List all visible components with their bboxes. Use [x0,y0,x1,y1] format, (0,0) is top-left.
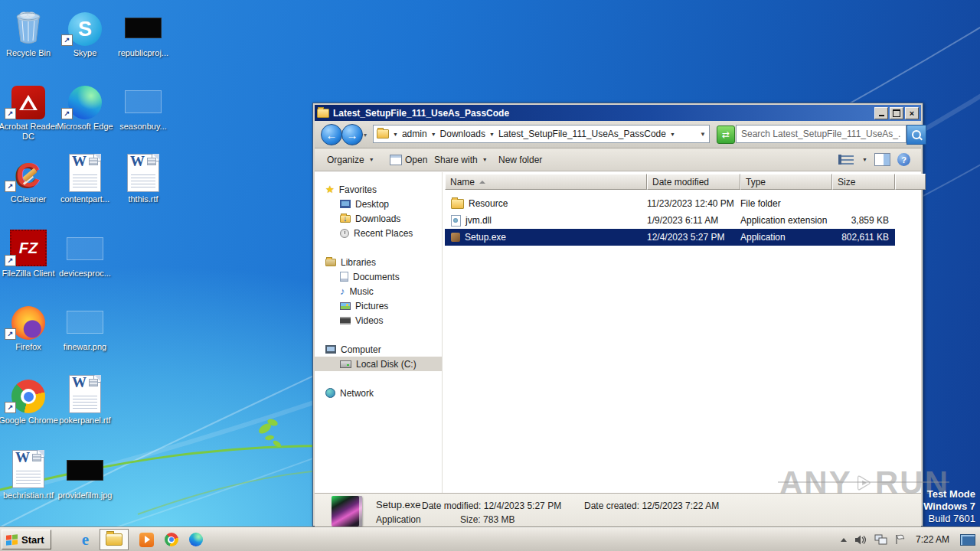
close-button[interactable]: × [905,107,919,119]
taskbar-edge-icon[interactable] [189,533,203,546]
refresh-button[interactable]: ⇄ [717,126,735,144]
volume-icon[interactable] [854,535,867,545]
change-view-icon[interactable] [838,155,854,165]
nav-pictures[interactable]: Pictures [340,298,388,313]
taskbar: Start e 7:22 AM [0,527,980,551]
desktop-icon-finewar[interactable]: finewar.png [55,300,115,352]
show-hidden-icons-icon[interactable] [841,538,847,542]
nav-desktop[interactable]: Desktop [340,197,389,211]
desktop-icon-firefox[interactable]: ↗ Firefox [0,300,58,352]
nav-computer[interactable]: Computer [325,342,381,357]
share-with-button[interactable]: Share with ▼ [430,148,492,171]
organize-button[interactable]: Organize ▼ [322,148,379,171]
music-icon: ♪ [340,285,345,297]
search-icon [912,130,921,139]
recycle-bin-icon [13,8,44,44]
nav-favorites[interactable]: ★Favorites [325,182,377,197]
ccleaner-icon: C [11,158,45,192]
nav-label: Pictures [355,301,388,311]
views-dropdown-icon[interactable]: ▼ [862,157,867,162]
forward-button[interactable]: → [341,124,363,145]
file-row-jvm-dll[interactable]: jvm.dll 1/9/2023 6:11 AM Application ext… [445,212,895,229]
taskbar-media-player-icon[interactable] [139,533,154,547]
desktop-icon-contentpart[interactable]: W contentpart... [55,152,115,204]
column-header-date-modified[interactable]: Date modified [647,174,740,190]
open-label: Open [405,155,427,165]
desktop-icon-republicproj[interactable]: republicproj... [113,6,173,58]
taskbar-internet-explorer-icon[interactable]: e [82,530,89,549]
desktop-icon-skype[interactable]: S ↗ Skype [55,6,115,58]
breadcrumb-segment-downloads[interactable]: Downloads [440,129,485,139]
nav-libraries[interactable]: Libraries [325,255,376,269]
back-button[interactable]: ← [321,124,342,145]
nav-local-disk-c[interactable]: Local Disk (C:) [340,357,416,371]
nav-music[interactable]: ♪Music [340,284,374,298]
desktop-icon-pokerpanel[interactable]: W pokerpanel.rtf [55,373,115,425]
desktop-icon-ththis[interactable]: W ththis.rtf [113,152,173,204]
desktop-icon-edge[interactable]: ↗ Microsoft Edge [55,80,115,132]
column-header-name[interactable]: Name [445,174,647,190]
desktop-icon-label: Microsoft Edge [55,122,115,132]
help-icon[interactable]: ? [897,153,910,166]
chevron-down-icon[interactable]: ▼ [489,132,495,137]
nav-downloads[interactable]: Downloads [340,211,400,226]
nav-label: Computer [341,344,381,355]
desktop-icon-bechristian[interactable]: W bechristian.rtf [0,448,58,500]
shortcut-arrow-icon: ↗ [5,181,16,192]
search-box[interactable] [736,125,906,143]
breadcrumb[interactable]: ▼ admin ▼ Downloads ▼ Latest_SetupFile_1… [373,125,710,143]
desktop-icon-providefilm[interactable]: providefilm.jpg [55,448,115,500]
nav-documents[interactable]: Documents [340,269,400,284]
chevron-down-icon[interactable]: ▼ [393,132,398,137]
desktop-icon-label: FileZilla Client [0,269,58,279]
chevron-down-icon[interactable]: ▼ [670,132,675,137]
shortcut-arrow-icon: ↗ [5,108,16,119]
file-row-setup-exe[interactable]: Setup.exe 12/4/2023 5:27 PM Application … [445,229,895,246]
open-icon [390,155,402,165]
column-header-size[interactable]: Size [832,174,895,190]
start-button[interactable]: Start [2,530,51,549]
nav-recent-places[interactable]: Recent Places [340,226,413,240]
taskbar-chrome-icon[interactable] [165,533,178,546]
column-header-blank[interactable] [895,174,926,190]
search-button[interactable] [906,125,926,145]
search-input[interactable] [737,129,906,139]
desktop-icon-seasonbuy[interactable]: seasonbuy... [113,80,173,132]
desktop-icon-filezilla[interactable]: FZ ↗ FileZilla Client [0,227,58,279]
file-date: 11/23/2023 12:40 PM [647,198,740,209]
taskbar-clock[interactable]: 7:22 AM [916,534,949,545]
maximize-button[interactable] [890,107,903,119]
window-titlebar[interactable]: Latest_SetupFile_111_UseAs_PassCode × [315,105,921,121]
desktop-icon-chrome[interactable]: ↗ Google Chrome [0,373,58,425]
nav-videos[interactable]: Videos [340,313,383,328]
breadcrumb-segment-current[interactable]: Latest_SetupFile_111_UseAs_PassCode [498,129,666,139]
minimize-button[interactable] [874,107,888,119]
details-date-modified: Date modified: 12/4/2023 5:27 PM [422,500,561,511]
test-mode-watermark: Test Mode Windows 7 Build 7601 [923,488,975,525]
show-desktop-button[interactable] [960,534,975,546]
column-header-type[interactable]: Type [740,174,832,190]
desktop-icon-label: devicesproc... [55,269,115,279]
network-icon [325,388,335,398]
desktop-icon-ccleaner[interactable]: C ↗ CCleaner [0,152,58,204]
details-file-type: Application [376,514,421,525]
file-row-resource[interactable]: Resource 11/23/2023 12:40 PM File folder [445,195,895,212]
breadcrumb-segment-admin[interactable]: admin [402,129,427,139]
action-center-flag-icon[interactable] [895,534,905,545]
desktop-icon-recycle-bin[interactable]: Recycle Bin [0,6,58,58]
preview-pane-icon[interactable] [874,153,890,166]
window-folder-icon [317,109,329,118]
nav-network[interactable]: Network [325,386,374,400]
breadcrumb-dropdown-icon[interactable]: ▼ [700,131,706,138]
command-bar: Organize ▼ Open Share with ▼ New folder … [315,148,921,171]
image-thumbnail-icon [125,18,162,38]
history-dropdown-icon[interactable]: ▾ [364,132,367,139]
open-button[interactable]: Open [385,148,432,171]
taskbar-explorer-button-active[interactable] [100,529,129,550]
network-icon[interactable] [874,534,887,545]
chevron-down-icon[interactable]: ▼ [431,132,436,137]
desktop-icon-acrobat[interactable]: ↗ Acrobat Reader DC [0,80,58,142]
edge-icon [68,86,102,119]
new-folder-button[interactable]: New folder [494,148,547,171]
desktop-icon-devicesproc[interactable]: devicesproc... [55,227,115,279]
